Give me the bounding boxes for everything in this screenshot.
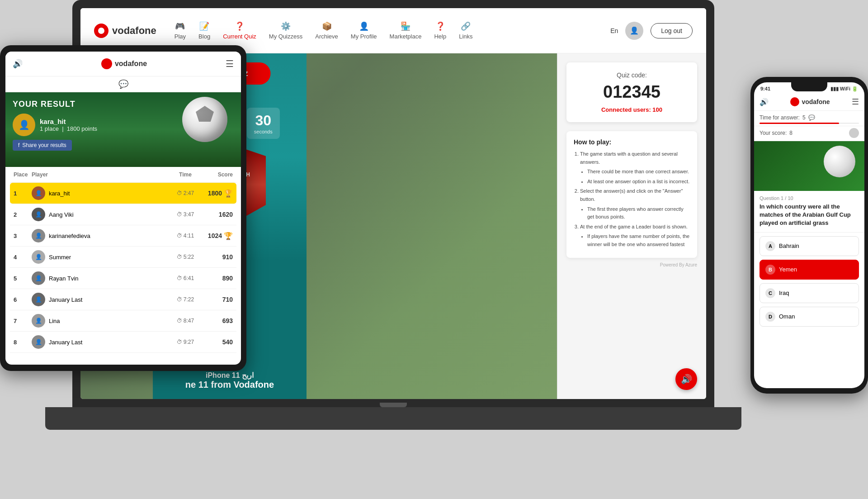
how-to-play-steps: The game starts with a question and seve… xyxy=(574,150,690,249)
tablet-voda-logo xyxy=(101,58,112,69)
tablet-chat-row: 💬 xyxy=(5,76,241,92)
nav-item-my-profile[interactable]: 👤 My Profile xyxy=(351,21,377,40)
lb-name-5: Rayan Tvin xyxy=(49,275,79,282)
lb-score-2: 1620 xyxy=(201,211,233,218)
step-2-bullets: The first three players who answer corre… xyxy=(580,205,690,221)
clock-icon: ⏱ xyxy=(177,296,182,303)
chat-icon[interactable]: 💬 xyxy=(118,79,128,89)
phone-nav: 🔊 vodafone ☰ xyxy=(754,95,864,111)
lb-time-6: ⏱7:22 xyxy=(170,296,201,303)
lb-score-8: 540 xyxy=(201,338,233,346)
nav-item-current-quiz[interactable]: ❓ Current Quiz xyxy=(223,21,256,40)
lb-score-4: 910 xyxy=(201,253,233,261)
connected-users: Connected users: 100 xyxy=(576,106,688,113)
lb-time-1: ⏱2:47 xyxy=(170,190,201,196)
answer-option-b[interactable]: B Yemen xyxy=(760,260,859,280)
nav-item-blog[interactable]: 📝 Blog xyxy=(198,21,210,40)
result-points-label: points xyxy=(81,125,97,132)
timer-text: Time for answer: xyxy=(760,114,800,121)
lb-player-5: 👤 Rayan Tvin xyxy=(32,271,170,285)
table-row: 3 👤 karinanefedieva ⏱4:11 1024 🏆 xyxy=(10,225,236,247)
table-row: 2 👤 Aang Viki ⏱3:47 1620 xyxy=(10,204,236,225)
lb-avatar-7: 👤 xyxy=(32,314,45,328)
countdown-seconds: 30 seconds xyxy=(247,108,280,139)
clock-icon: ⏱ xyxy=(177,275,182,281)
logout-button[interactable]: Log out xyxy=(651,23,693,38)
tablet-menu-icon[interactable]: ☰ xyxy=(226,58,234,69)
archieve-icon: 📦 xyxy=(322,21,332,31)
result-section: YOUR RESULT 👤 kara_hit 1 place | 1800 po… xyxy=(5,92,241,167)
table-row: 6 👤 January Last ⏱7:22 710 xyxy=(10,289,236,310)
iphone-arabic-text: اربح iPhone 11 xyxy=(157,371,302,380)
lb-name-8: January Last xyxy=(49,339,82,346)
result-info: kara_hit 1 place | 1800 points xyxy=(40,118,97,132)
how-to-play-card: How to play: The game starts with a ques… xyxy=(566,131,697,258)
answer-option-c[interactable]: C Iraq xyxy=(760,283,859,303)
connected-label: Connected users: xyxy=(601,106,651,113)
lb-place-6: 6 xyxy=(14,296,32,303)
lb-player-4: 👤 Summer xyxy=(32,250,170,264)
nav-item-my-quizzess[interactable]: ⚙️ My Quizzess xyxy=(269,21,302,40)
phone-answers: A Bahrain B Yemen C Iraq D Oman xyxy=(754,233,864,388)
lb-time-5: ⏱6:41 xyxy=(170,275,201,281)
step-1a: There could be more than one correct ans… xyxy=(587,168,690,176)
lb-score-6: 710 xyxy=(201,296,233,303)
phone-menu-icon[interactable]: ☰ xyxy=(852,97,859,107)
clock-icon: ⏱ xyxy=(177,254,182,260)
leaderboard-header: Place Player Time Score xyxy=(10,167,236,183)
answer-option-a[interactable]: A Bahrain xyxy=(760,236,859,256)
answer-text-d: Oman xyxy=(779,313,795,320)
table-row: 4 👤 Summer ⏱5:22 910 xyxy=(10,247,236,268)
lb-score-3: 1024 🏆 xyxy=(201,232,233,240)
phone-timer-label: Time for answer: 5 💬 xyxy=(760,114,859,121)
leaderboard: Place Player Time Score 1 👤 kara_hit ⏱2:… xyxy=(5,167,241,365)
nav-label-archieve: Archieve xyxy=(315,33,338,40)
phone-question-ball xyxy=(824,146,855,177)
score-label: Your score: xyxy=(760,130,787,136)
result-place: 1 xyxy=(40,125,43,132)
phone-timer-bar: Time for answer: 5 💬 xyxy=(754,111,864,126)
table-row: 7 👤 Lina ⏱8:47 693 xyxy=(10,310,236,332)
play-icon: 🎮 xyxy=(175,21,185,31)
lb-score-7: 693 xyxy=(201,317,233,324)
phone-question-text: Question 1 / 10 In which country were al… xyxy=(754,191,864,233)
step-1b: At least one answer option in a list is … xyxy=(587,178,690,186)
answer-option-d[interactable]: D Oman xyxy=(760,307,859,327)
tablet-nav: 🔊 vodafone ☰ xyxy=(5,52,241,76)
step-1-bullets: There could be more than one correct ans… xyxy=(580,168,690,185)
phone-question-image xyxy=(754,141,864,191)
lb-time-7: ⏱8:47 xyxy=(170,318,201,324)
share-results-button[interactable]: f Share your results xyxy=(13,140,72,151)
blog-icon: 📝 xyxy=(199,21,209,31)
nav-item-help[interactable]: ❓ Help xyxy=(434,21,446,40)
nav-item-marketplace[interactable]: 🏪 Marketplace xyxy=(390,21,422,40)
clock-icon: ⏱ xyxy=(177,233,182,239)
lb-player-7: 👤 Lina xyxy=(32,314,170,328)
step-3a: If players have the same number of point… xyxy=(587,233,690,248)
trophy-icon: 🏆 xyxy=(224,232,233,240)
header-player: Player xyxy=(32,171,170,178)
clock-icon: ⏱ xyxy=(177,211,182,218)
nav-item-play[interactable]: 🎮 Play xyxy=(175,21,186,40)
lb-avatar-1: 👤 xyxy=(32,186,45,200)
tablet-speaker-icon[interactable]: 🔊 xyxy=(13,59,23,69)
current-quiz-icon: ❓ xyxy=(235,21,245,31)
lang-selector[interactable]: En xyxy=(610,27,618,34)
nav-label-current-quiz: Current Quiz xyxy=(223,33,256,40)
phone: 9:41 ▮▮▮ WiFi 🔋 🔊 vodafone ☰ Time for an… xyxy=(750,77,868,394)
lb-place-2: 2 xyxy=(14,211,32,218)
nav-item-archieve[interactable]: 📦 Archieve xyxy=(315,21,338,40)
seconds-value: 30 xyxy=(255,112,271,129)
result-place-label: place xyxy=(45,125,59,132)
score-value: 8 xyxy=(789,130,793,136)
question-number: Question 1 / 10 xyxy=(760,195,859,201)
nav-item-links[interactable]: 🔗 Links xyxy=(459,21,472,40)
clock-icon: ⏱ xyxy=(177,318,182,324)
speaker-fab-button[interactable]: 🔊 xyxy=(675,368,697,390)
how-to-play-title: How to play: xyxy=(574,138,690,146)
clock-icon: ⏱ xyxy=(177,339,182,345)
clock-icon: ⏱ xyxy=(177,190,182,196)
phone-speaker-icon[interactable]: 🔊 xyxy=(760,98,769,106)
trophy-icon: 🏆 xyxy=(224,189,233,198)
result-points: 1800 xyxy=(67,125,80,132)
